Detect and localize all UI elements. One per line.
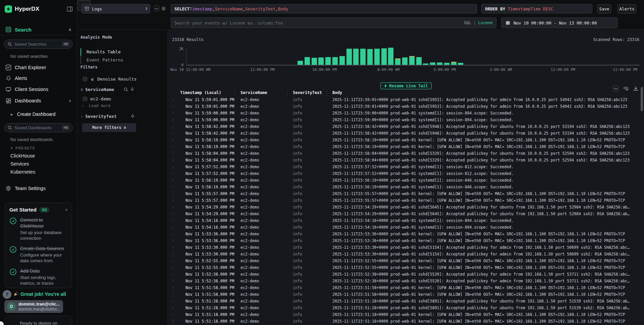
col-body[interactable]: Body [332,90,640,95]
pin-icon[interactable] [130,114,135,119]
row-expand-chevron-icon[interactable]: › [168,278,179,284]
row-expand-chevron-icon[interactable]: › [168,244,179,251]
get-started-item[interactable]: Connect to ClickHouseSet up your databas… [9,217,68,241]
preset-item-clickhouse[interactable]: ClickHouse [10,153,35,160]
chat-widget-sliver[interactable] [0,321,4,325]
histogram-bar[interactable] [367,49,373,65]
get-started-header[interactable]: Get Started 3/3 ∧ [9,207,68,213]
table-row[interactable]: ›Nov 11 5:58:19.000 PMec2-demoinfo2025-1… [168,143,640,150]
row-expand-chevron-icon[interactable]: › [168,264,179,271]
deploy-note-card[interactable]: Ready to deploy on [5,316,72,325]
table-row[interactable]: ›Nov 11 5:51:18.000 PMec2-demoinfo2025-1… [168,318,640,325]
row-expand-chevron-icon[interactable]: › [168,103,179,110]
table-row[interactable]: ›Nov 11 5:57:52.000 PMec2-demoinfo2025-1… [168,170,640,177]
histogram-bar[interactable] [402,57,408,65]
table-row[interactable]: ›Nov 11 5:51:18.000 PMec2-demoinfo2025-1… [168,311,640,318]
table-row[interactable]: ›Nov 11 5:59:00.000 PMec2-demoinfo2025-1… [168,117,640,123]
sidebar-item-team-settings[interactable]: Team Settings [0,184,77,193]
user-account-row[interactable]: D dominic.tran@clic... dominic.tran@clic… [4,300,63,313]
save-button[interactable]: Save [597,4,611,13]
table-row[interactable]: ›Nov 11 5:56:19.000 PMec2-demoinfo2025-1… [168,177,640,184]
row-expand-chevron-icon[interactable]: › [168,190,179,197]
create-dashboard-button[interactable]: + Create Dashboard [10,111,55,118]
get-started-item[interactable]: Add DataStart sending logs, metrics, or … [9,268,68,286]
saved-searches-input[interactable]: Saved Searches ⌘K [4,40,73,49]
get-started-item[interactable]: Create Data SourcesConfigure where your … [9,246,68,264]
chevron-up-icon[interactable]: ∧ [68,98,71,103]
sidebar-collapse-icon[interactable] [67,6,73,12]
histogram-bar[interactable] [305,57,310,65]
denoise-label[interactable]: Denoise Results [97,77,137,82]
row-expand-chevron-icon[interactable]: › [168,177,179,184]
histogram-bar[interactable] [437,62,442,65]
histogram-bar[interactable] [360,49,366,65]
table-row[interactable]: ›Nov 11 5:52:38.000 PMec2-demoinfo2025-1… [168,278,640,284]
analysis-mode-event-patterns[interactable]: Event Patterns [81,56,123,64]
row-expand-chevron-icon[interactable]: › [168,318,179,325]
row-expand-chevron-icon[interactable]: › [168,170,179,177]
histogram-bar[interactable] [451,62,457,65]
saved-dashboards-input[interactable]: Saved Dashboards ⌘K [4,123,73,132]
row-expand-chevron-icon[interactable]: › [168,150,179,157]
row-expand-chevron-icon[interactable]: › [168,237,179,244]
sidebar-item-chart-explorer[interactable]: Chart Explorer [0,63,77,72]
histogram-bar[interactable] [395,59,400,65]
histogram-plot[interactable] [186,49,640,65]
histogram-bar[interactable] [325,57,331,65]
table-row[interactable]: ›Nov 11 5:54:29.000 PMec2-demoinfo2025-1… [168,211,640,217]
row-expand-chevron-icon[interactable]: › [168,123,179,130]
table-row[interactable]: ›Nov 11 5:59:01.000 PMec2-demoinfo2025-1… [168,103,640,110]
row-expand-chevron-icon[interactable]: › [168,284,179,291]
histogram-bar[interactable] [374,49,380,65]
table-row[interactable]: ›Nov 11 5:53:36.000 PMec2-demoinfo2025-1… [168,237,640,244]
histogram-bar[interactable] [409,57,415,65]
service-option-label[interactable]: ec2-demo [90,96,111,101]
scrollbar-thumb[interactable] [641,87,643,111]
row-expand-chevron-icon[interactable]: › [168,130,179,137]
histogram-bar[interactable] [339,56,345,65]
event-search-input[interactable]: Search your events w/ Lucene ex. column:… [171,17,496,28]
analysis-mode-results-table[interactable]: Results Table [81,48,123,56]
search-icon[interactable] [124,87,128,92]
table-row[interactable]: ›Nov 11 5:52:55.000 PMec2-demoinfo2025-1… [168,258,640,264]
lang-toggle-lucene[interactable]: Lucene [478,20,493,25]
table-row[interactable]: ›Nov 11 5:56:19.000 PMec2-demoinfo2025-1… [168,184,640,190]
col-servicename[interactable]: ServiceName [240,90,293,95]
preset-item-services[interactable]: Services [10,161,29,168]
histogram-bar[interactable] [388,48,393,65]
scrollbar[interactable] [641,87,643,324]
table-row[interactable]: ›Nov 11 5:51:28.000 PMec2-demoinfo2025-1… [168,298,640,305]
alerts-button[interactable]: Alerts [618,4,636,13]
pin-icon[interactable] [130,87,135,92]
order-by-input[interactable]: ORDER BY TimestampTime DESC [481,4,592,13]
histogram-bar[interactable] [423,63,428,65]
row-expand-chevron-icon[interactable]: › [168,231,179,237]
table-row[interactable]: ›Nov 11 5:55:57.000 PMec2-demoinfo2025-1… [168,197,640,204]
service-option-checkbox[interactable] [83,97,87,101]
filter-group-severitytext[interactable]: ›SeverityText [80,114,117,119]
table-row[interactable]: ›Nov 11 5:58:04.000 PMec2-demoinfo2025-1… [168,150,640,157]
row-expand-chevron-icon[interactable]: › [168,117,179,123]
histogram-bar[interactable] [298,61,303,65]
table-row[interactable]: ›Nov 11 5:55:57.000 PMec2-demoinfo2025-1… [168,190,640,197]
row-expand-chevron-icon[interactable]: › [168,184,179,190]
inspect-code-icon[interactable]: <> [613,86,619,91]
load-more-link[interactable]: › Load more [82,103,111,108]
sidebar-item-dashboards[interactable]: Dashboards∧ [0,96,77,105]
row-expand-chevron-icon[interactable]: › [168,291,179,298]
row-expand-chevron-icon[interactable]: › [168,298,179,305]
row-expand-chevron-icon[interactable]: › [168,305,179,311]
sidebar-item-search[interactable]: Search ∧ [0,25,77,34]
help-button[interactable]: ? [3,290,11,299]
row-expand-chevron-icon[interactable]: › [168,197,179,204]
row-expand-chevron-icon[interactable]: › [168,143,179,150]
sidebar-item-alerts[interactable]: Alerts [0,74,77,83]
histogram-bar[interactable] [332,57,338,65]
row-expand-chevron-icon[interactable]: › [168,311,179,318]
row-expand-chevron-icon[interactable]: › [168,110,179,117]
row-expand-chevron-icon[interactable]: › [168,211,179,217]
row-expand-chevron-icon[interactable]: › [168,224,179,231]
row-expand-chevron-icon[interactable]: › [168,164,179,170]
table-row[interactable]: ›Nov 11 5:54:29.000 PMec2-demoinfo2025-1… [168,204,640,211]
resume-live-tail-button[interactable]: Resume Live Tail [380,82,432,89]
